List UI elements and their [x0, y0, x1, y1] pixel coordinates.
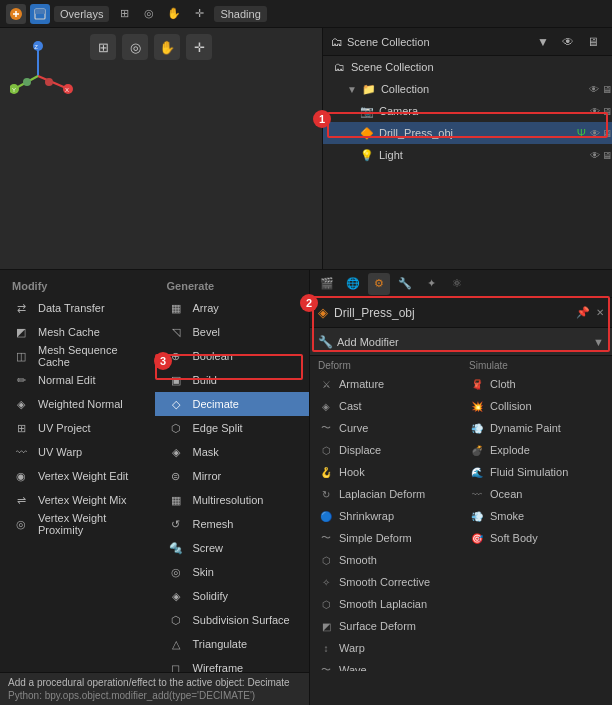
- opt-explode[interactable]: 💣 Explode: [461, 439, 612, 461]
- opt-ocean[interactable]: 〰 Ocean: [461, 483, 612, 505]
- modifier-mirror[interactable]: ⊜ Mirror: [155, 464, 310, 488]
- modifier-build[interactable]: ▣ Build: [155, 368, 310, 392]
- curve-label: Curve: [339, 422, 368, 434]
- modifier-screw[interactable]: 🔩 Screw: [155, 536, 310, 560]
- modifier-mask[interactable]: ◈ Mask: [155, 440, 310, 464]
- opt-smooth-corrective[interactable]: ✧ Smooth Corrective: [310, 571, 461, 593]
- modifier-vw-proximity[interactable]: ◎ Vertex Weight Proximity: [0, 512, 155, 536]
- opt-simple-deform[interactable]: 〜 Simple Deform: [310, 527, 461, 549]
- hook-label: Hook: [339, 466, 365, 478]
- viewport-content[interactable]: Z X Y ⊞ ◎ ✋ ✛ 🗂 Scene Collection ▼: [0, 28, 612, 269]
- soft-body-label: Soft Body: [490, 532, 538, 544]
- modifier-bevel[interactable]: ◹ Bevel: [155, 320, 310, 344]
- modifier-remesh[interactable]: ↺ Remesh: [155, 512, 310, 536]
- pin-icon[interactable]: 📌: [576, 306, 590, 319]
- opt-wave[interactable]: 〜 Wave: [310, 659, 461, 671]
- viewport-tool-cursor[interactable]: ✛: [188, 3, 210, 25]
- modifier-solidify[interactable]: ◈ Solidify: [155, 584, 310, 608]
- build-icon: ▣: [167, 371, 185, 389]
- modifier-options-scroll: Deform Simulate ⚔ Armature ◈ Cast 〜: [310, 356, 612, 671]
- mesh-cache-icon: ◩: [12, 323, 30, 341]
- outliner-panel: 🗂 Scene Collection ▼ 👁 🖥 🗂 Scene Collect…: [322, 28, 612, 269]
- drill-name: Drill_Press_obj: [379, 127, 569, 139]
- opt-smooth[interactable]: ⬡ Smooth: [310, 549, 461, 571]
- screw-name: Screw: [193, 542, 224, 554]
- modifier-decimate[interactable]: ◇ Decimate: [155, 392, 310, 416]
- modifier-edge-split[interactable]: ⬡ Edge Split: [155, 416, 310, 440]
- tool-transform-icon[interactable]: ✛: [186, 34, 212, 60]
- opt-cloth[interactable]: 🧣 Cloth: [461, 373, 612, 395]
- mesh-cache-name: Mesh Cache: [38, 326, 100, 338]
- opt-smoke[interactable]: 💨 Smoke: [461, 505, 612, 527]
- unpin-icon[interactable]: ✕: [596, 307, 604, 318]
- outliner-render-icon[interactable]: 🖥: [582, 31, 604, 53]
- prop-particle-icon[interactable]: ✦: [420, 273, 442, 295]
- opt-shrinkwrap[interactable]: 🔵 Shrinkwrap: [310, 505, 461, 527]
- opt-warp[interactable]: ↕ Warp: [310, 637, 461, 659]
- modifier-uv-warp[interactable]: 〰 UV Warp: [0, 440, 155, 464]
- outliner-item-camera[interactable]: 📷 Camera 👁 🖥: [323, 100, 612, 122]
- modifier-triangulate[interactable]: △ Triangulate: [155, 632, 310, 656]
- outliner-item-light[interactable]: 💡 Light 👁 🖥: [323, 144, 612, 166]
- modifier-subdivision[interactable]: ⬡ Subdivision Surface: [155, 608, 310, 632]
- explode-icon: 💣: [469, 442, 485, 458]
- hook-icon: 🪝: [318, 464, 334, 480]
- opt-hook[interactable]: 🪝 Hook: [310, 461, 461, 483]
- modifier-array[interactable]: ▦ Array: [155, 296, 310, 320]
- modifier-vw-edit[interactable]: ◉ Vertex Weight Edit: [0, 464, 155, 488]
- filter-icon[interactable]: ▼: [532, 31, 554, 53]
- remesh-icon: ↺: [167, 515, 185, 533]
- opt-soft-body[interactable]: 🎯 Soft Body: [461, 527, 612, 549]
- prop-physics-icon[interactable]: ⚛: [446, 273, 468, 295]
- opt-surface-deform[interactable]: ◩ Surface Deform: [310, 615, 461, 637]
- prop-modifier-icon[interactable]: 🔧: [394, 273, 416, 295]
- prop-object-icon[interactable]: ⚙: [368, 273, 390, 295]
- modifier-normal-edit[interactable]: ✏ Normal Edit: [0, 368, 155, 392]
- opt-laplacian-deform[interactable]: ↻ Laplacian Deform: [310, 483, 461, 505]
- viewport-tool-hand[interactable]: ✋: [163, 3, 185, 25]
- viewport-tool-render[interactable]: ◎: [138, 3, 160, 25]
- blender-menu-btn[interactable]: [6, 4, 26, 24]
- normal-edit-name: Normal Edit: [38, 374, 95, 386]
- modifier-multiresolution[interactable]: ▦ Multiresolution: [155, 488, 310, 512]
- modifier-uv-project[interactable]: ⊞ UV Project: [0, 416, 155, 440]
- modifier-data-transfer[interactable]: ⇄ Data Transfer: [0, 296, 155, 320]
- deform-header: Deform: [310, 356, 461, 373]
- editor-type-btn[interactable]: [30, 4, 50, 24]
- edge-split-icon: ⬡: [167, 419, 185, 437]
- outliner-hide-icon[interactable]: 👁: [557, 31, 579, 53]
- modifier-weighted-normal[interactable]: ◈ Weighted Normal: [0, 392, 155, 416]
- shading-btn[interactable]: Shading: [214, 6, 266, 22]
- outliner-item-drill[interactable]: 🔶 Drill_Press_obj Ψ 👁 🖥: [323, 122, 612, 144]
- opt-dynamic-paint[interactable]: 💨 Dynamic Paint: [461, 417, 612, 439]
- outliner-item-scene[interactable]: 🗂 Scene Collection: [323, 56, 612, 78]
- modifier-vw-mix[interactable]: ⇌ Vertex Weight Mix: [0, 488, 155, 512]
- explode-label: Explode: [490, 444, 530, 456]
- prop-world-icon[interactable]: 🌐: [342, 273, 364, 295]
- opt-armature[interactable]: ⚔ Armature: [310, 373, 461, 395]
- viewport-tool-grid[interactable]: ⊞: [113, 3, 135, 25]
- skin-icon: ◎: [167, 563, 185, 581]
- tool-hand-icon[interactable]: ✋: [154, 34, 180, 60]
- modifier-mesh-seq-cache[interactable]: ◫ Mesh Sequence Cache: [0, 344, 155, 368]
- modifier-skin[interactable]: ◎ Skin: [155, 560, 310, 584]
- opt-cast[interactable]: ◈ Cast: [310, 395, 461, 417]
- modifier-boolean[interactable]: ⊕ Boolean: [155, 344, 310, 368]
- opt-collision[interactable]: 💥 Collision: [461, 395, 612, 417]
- drill-modifier-icon: Ψ: [577, 127, 586, 139]
- outliner-item-collection[interactable]: ▼ 📁 Collection 👁 🖥: [323, 78, 612, 100]
- tool-scene-icon[interactable]: ◎: [122, 34, 148, 60]
- overlays-btn[interactable]: Overlays: [54, 6, 109, 22]
- mesh-seq-icon: ◫: [12, 347, 30, 365]
- add-modifier-btn[interactable]: 🔧 Add Modifier ▼: [310, 328, 612, 356]
- opt-displace[interactable]: ⬡ Displace: [310, 439, 461, 461]
- prop-scene-icon[interactable]: 🎬: [316, 273, 338, 295]
- opt-fluid[interactable]: 🌊 Fluid Simulation: [461, 461, 612, 483]
- uv-warp-icon: 〰: [12, 443, 30, 461]
- opt-curve[interactable]: 〜 Curve: [310, 417, 461, 439]
- modify-column: Modify ⇄ Data Transfer ◩ Mesh Cache ◫ Me…: [0, 270, 155, 686]
- opt-smooth-laplacian[interactable]: ⬡ Smooth Laplacian: [310, 593, 461, 615]
- modifier-mesh-cache[interactable]: ◩ Mesh Cache: [0, 320, 155, 344]
- tool-grid-icon[interactable]: ⊞: [90, 34, 116, 60]
- solidify-icon: ◈: [167, 587, 185, 605]
